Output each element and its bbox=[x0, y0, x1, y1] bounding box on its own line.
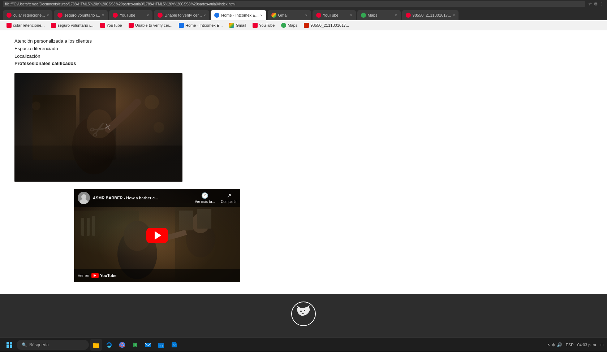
feature-1: Atención personalizada a los clientes bbox=[14, 38, 593, 45]
svg-rect-2 bbox=[14, 73, 182, 182]
page-content: Atención personalizada a los clientes Es… bbox=[0, 30, 607, 294]
system-clock: 04:03 p. m. bbox=[577, 343, 597, 347]
taskbar-mail[interactable] bbox=[142, 339, 154, 351]
tab4-close-icon[interactable]: × bbox=[204, 13, 206, 17]
svg-point-41 bbox=[160, 345, 161, 346]
bookmarks-bar: cular retencione... seguro voluntario i.… bbox=[0, 20, 607, 30]
youtube-channel-avatar bbox=[78, 192, 90, 204]
tab3-close-icon[interactable]: × bbox=[147, 13, 149, 17]
bookmark7-label: YouTube bbox=[259, 23, 275, 27]
tab7-close-icon[interactable]: × bbox=[350, 13, 352, 17]
share-icon: ↗ bbox=[227, 192, 231, 199]
tab4-favicon bbox=[158, 13, 163, 18]
mail-icon bbox=[145, 341, 152, 348]
taskbar-chrome[interactable] bbox=[116, 339, 128, 351]
tab7-label: YouTube bbox=[323, 13, 348, 17]
svg-rect-1 bbox=[14, 73, 182, 182]
start-button[interactable] bbox=[4, 339, 15, 351]
bookmark2-label: seguro voluntario i... bbox=[57, 23, 93, 27]
tab8-label: Maps bbox=[368, 13, 393, 17]
tab1-label: cular retencione... bbox=[13, 13, 45, 17]
language-indicator: ESP bbox=[566, 343, 574, 347]
avatar-svg bbox=[78, 192, 90, 204]
svg-point-9 bbox=[145, 95, 159, 109]
taskbar-edge[interactable] bbox=[103, 339, 115, 351]
browser-tab-1[interactable]: cular retencione... × bbox=[3, 10, 52, 20]
bookmark-maps[interactable]: Maps bbox=[278, 22, 300, 29]
youtube-embed-container[interactable]: ASMR BARBER - How a barber c... 🕐 Ver má… bbox=[74, 189, 240, 282]
bookmark8-label: Maps bbox=[288, 23, 297, 27]
bookmark7-favicon bbox=[253, 23, 258, 28]
bookmark4-favicon bbox=[129, 23, 134, 28]
bookmark-retencione[interactable]: cular retencione... bbox=[4, 22, 47, 29]
bookmark-star-icon[interactable]: ☆ bbox=[588, 1, 592, 6]
bookmark-unable[interactable]: Unable to verify cer... bbox=[126, 22, 175, 29]
barber-image-container bbox=[14, 73, 182, 182]
notification-icon[interactable]: □ bbox=[601, 342, 603, 347]
youtube-play-button[interactable] bbox=[146, 228, 168, 243]
bookmark1-favicon bbox=[7, 23, 12, 28]
svg-line-8 bbox=[105, 125, 110, 128]
bookmark-pdf[interactable]: 98550_2111301617... bbox=[301, 22, 352, 29]
taskbar-search-icon: 🔍 bbox=[22, 342, 27, 347]
bookmark3-favicon bbox=[100, 23, 105, 28]
browser-tab-5-active[interactable]: Home - Intcomex E... × bbox=[211, 10, 266, 20]
network-icon[interactable]: ⊕ bbox=[552, 342, 555, 347]
youtube-watch-later-btn[interactable]: 🕐 Ver más ta... bbox=[195, 192, 215, 204]
youtube-logo-area: YouTube bbox=[91, 273, 116, 278]
tab1-close-icon[interactable]: × bbox=[47, 13, 49, 17]
browser-tab-3[interactable]: YouTube × bbox=[109, 10, 152, 20]
bookmark-seguro[interactable]: seguro voluntario i... bbox=[48, 22, 96, 29]
chevron-up-icon[interactable]: ∧ bbox=[547, 342, 550, 347]
tab9-close-icon[interactable]: × bbox=[453, 13, 455, 17]
menu-icon[interactable]: ⋮ bbox=[600, 1, 604, 6]
tab6-close-icon[interactable]: × bbox=[305, 13, 307, 17]
extensions-icon[interactable]: ⧉ bbox=[594, 1, 598, 6]
bookmark-intcomex[interactable]: Home - Intcomex E... bbox=[176, 22, 225, 29]
taskbar-maps[interactable] bbox=[129, 339, 141, 351]
share-label: Compartir bbox=[221, 200, 237, 204]
tab6-favicon bbox=[271, 13, 276, 18]
svg-point-32 bbox=[304, 310, 305, 311]
youtube-logo-icon bbox=[91, 273, 99, 278]
youtube-share-btn[interactable]: ↗ Compartir bbox=[221, 192, 237, 204]
browser-tab-4[interactable]: Unable to verify cer... × bbox=[154, 10, 209, 20]
bookmark9-label: 98550_2111301617... bbox=[310, 23, 349, 27]
taskbar-calendar[interactable] bbox=[155, 339, 167, 351]
svg-point-11 bbox=[32, 101, 40, 110]
tab8-close-icon[interactable]: × bbox=[395, 13, 397, 17]
svg-rect-38 bbox=[145, 343, 151, 347]
tab7-favicon bbox=[316, 13, 321, 18]
bookmark-youtube2[interactable]: YouTube bbox=[250, 22, 277, 29]
browser-tab-7[interactable]: YouTube × bbox=[313, 10, 356, 20]
taskbar-store[interactable] bbox=[168, 339, 180, 351]
bookmark-gmail[interactable]: Gmail bbox=[226, 22, 249, 29]
svg-rect-3 bbox=[33, 95, 76, 160]
browser-tab-6[interactable]: Gmail × bbox=[268, 10, 311, 20]
url-bar[interactable]: file:///C:/Users/temoc/Documents/curso/1… bbox=[3, 1, 585, 7]
svg-point-21 bbox=[191, 213, 210, 233]
bookmark1-label: cular retencione... bbox=[13, 23, 44, 27]
browser-toolbar-icons: ☆ ⧉ ⋮ bbox=[588, 1, 604, 6]
taskbar-search-bar[interactable]: 🔍 Búsqueda bbox=[17, 340, 89, 350]
calendar-icon bbox=[158, 341, 165, 348]
tab2-close-icon[interactable]: × bbox=[102, 13, 104, 17]
svg-rect-19 bbox=[92, 216, 95, 236]
bookmark6-label: Gmail bbox=[236, 23, 246, 27]
volume-icon[interactable]: 🔊 bbox=[557, 342, 562, 347]
youtube-video-title: ASMR BARBER - How a barber c... bbox=[93, 196, 192, 200]
tab5-close-icon[interactable]: × bbox=[261, 13, 263, 17]
tabs-bar: cular retencione... × seguro voluntario … bbox=[0, 8, 607, 20]
browser-tab-8[interactable]: Maps × bbox=[357, 10, 401, 20]
tab5-label: Home - Intcomex E... bbox=[221, 13, 258, 17]
watch-on-label: Ver en bbox=[78, 273, 89, 278]
browser-tab-9[interactable]: 98550_2111301617... × bbox=[402, 10, 459, 20]
taskbar-file-explorer[interactable] bbox=[90, 339, 102, 351]
bookmark-youtube[interactable]: YouTube bbox=[97, 22, 125, 29]
youtube-title-area: ASMR BARBER - How a barber c... bbox=[93, 196, 192, 200]
browser-tab-2[interactable]: seguro voluntario i... × bbox=[54, 10, 108, 20]
svg-rect-0 bbox=[14, 73, 182, 182]
bookmark9-favicon bbox=[304, 23, 309, 28]
bookmark3-label: YouTube bbox=[107, 23, 122, 27]
youtube-footer: Ver en YouTube bbox=[74, 269, 240, 282]
